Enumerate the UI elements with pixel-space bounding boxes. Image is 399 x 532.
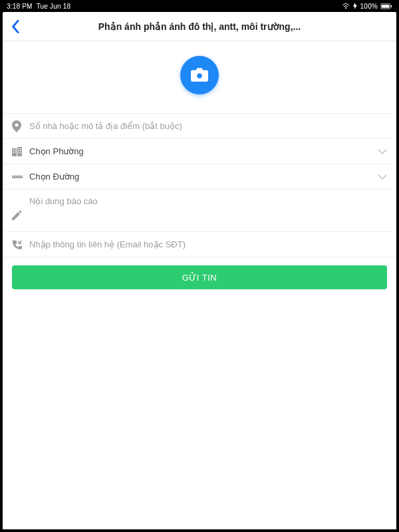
- pencil-icon: [12, 199, 27, 231]
- road-icon: [12, 174, 27, 180]
- svg-rect-3: [382, 5, 390, 8]
- svg-rect-9: [17, 147, 22, 156]
- address-row: [3, 114, 396, 139]
- address-input[interactable]: [27, 121, 387, 131]
- svg-rect-23: [18, 176, 19, 177]
- back-button[interactable]: [3, 12, 29, 41]
- ward-row[interactable]: Chọn Phường: [3, 139, 396, 164]
- camera-icon: [191, 68, 208, 82]
- contact-row: [3, 232, 396, 257]
- svg-rect-8: [12, 148, 17, 156]
- status-battery: 100%: [360, 3, 378, 10]
- svg-point-7: [15, 123, 19, 126]
- status-left: 3:18 PM Tue Jun 18: [7, 3, 70, 10]
- device-frame: 3:18 PM Tue Jun 18 100%: [0, 0, 399, 532]
- svg-rect-19: [20, 152, 21, 154]
- submit-label: GỬI TIN: [182, 273, 217, 283]
- phone-callback-icon: [12, 239, 27, 250]
- submit-button[interactable]: GỬI TIN: [12, 265, 387, 289]
- svg-rect-24: [21, 176, 22, 177]
- wifi-icon: [342, 3, 350, 9]
- svg-rect-13: [15, 152, 16, 153]
- svg-rect-11: [15, 150, 16, 151]
- chevron-down-icon: [378, 174, 387, 180]
- content-textarea[interactable]: [27, 196, 387, 231]
- contact-input[interactable]: [27, 239, 387, 249]
- svg-rect-21: [13, 176, 14, 177]
- status-right: 100%: [342, 3, 392, 10]
- svg-rect-10: [13, 150, 15, 151]
- page-title: Phản ánh phản ánh đô thị, antt, môi trườ…: [3, 21, 396, 32]
- battery-icon: [380, 3, 392, 9]
- app-content: Phản ánh phản ánh đô thị, antt, môi trườ…: [3, 12, 396, 529]
- status-date: Tue Jun 18: [37, 3, 71, 10]
- pin-icon: [12, 120, 27, 132]
- chevron-left-icon: [11, 19, 21, 34]
- status-time: 3:18 PM: [7, 3, 33, 10]
- svg-rect-12: [13, 152, 15, 153]
- svg-rect-22: [15, 176, 17, 177]
- svg-marker-1: [352, 3, 356, 9]
- svg-rect-16: [19, 150, 20, 152]
- content-row: [3, 190, 396, 232]
- svg-rect-18: [19, 152, 20, 154]
- svg-rect-4: [391, 5, 392, 7]
- building-icon: [12, 147, 27, 156]
- street-label: Chọn Đường: [27, 172, 378, 182]
- charging-icon: [352, 3, 358, 9]
- chevron-down-icon: [378, 148, 387, 155]
- status-bar: 3:18 PM Tue Jun 18 100%: [0, 0, 399, 12]
- camera-button[interactable]: [180, 56, 219, 94]
- svg-rect-14: [19, 148, 20, 150]
- ward-label: Chọn Phường: [27, 146, 378, 156]
- svg-rect-15: [20, 148, 21, 150]
- street-row[interactable]: Chọn Đường: [3, 164, 396, 190]
- svg-rect-17: [20, 150, 21, 152]
- nav-bar: Phản ánh phản ánh đô thị, antt, môi trườ…: [3, 12, 396, 41]
- camera-section: [3, 41, 396, 114]
- svg-point-0: [345, 7, 346, 9]
